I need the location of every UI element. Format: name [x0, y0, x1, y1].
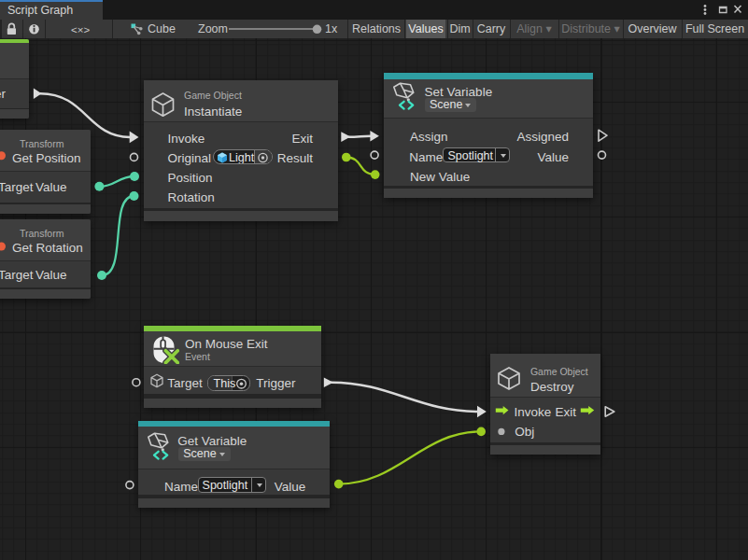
svg-text:<×>: <×> [71, 24, 90, 35]
